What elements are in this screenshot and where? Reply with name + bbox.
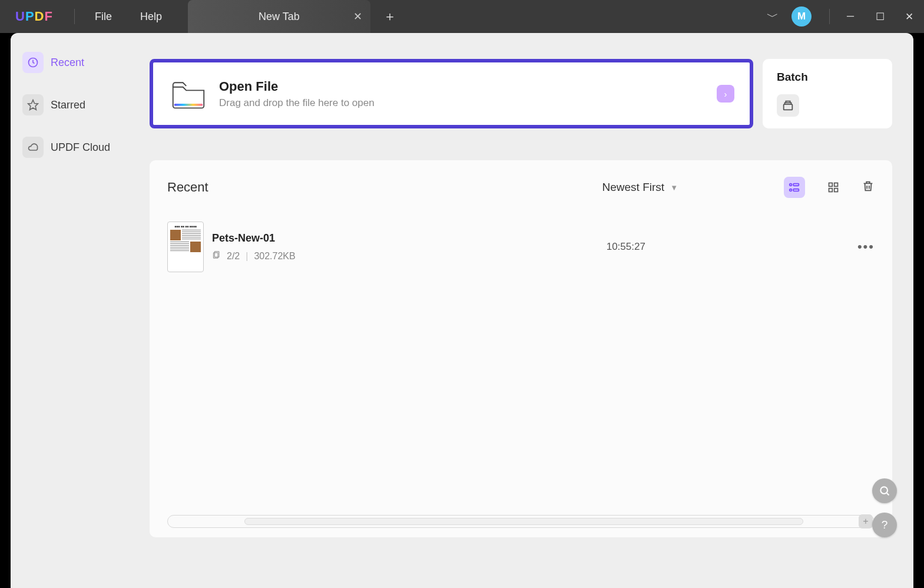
chevron-right-icon[interactable]: ›: [717, 85, 734, 103]
new-tab-button[interactable]: ＋: [383, 8, 396, 25]
sidebar-item-starred[interactable]: Starred: [19, 92, 120, 118]
pages-icon: [212, 250, 221, 262]
maximize-button[interactable]: ☐: [865, 11, 895, 23]
chevron-down-icon: ▼: [670, 183, 678, 192]
svg-rect-10: [829, 189, 833, 192]
svg-point-6: [790, 189, 792, 191]
open-file-dropzone[interactable]: Open File Drag and drop the file here to…: [150, 59, 753, 128]
sort-dropdown[interactable]: Newest First ▼: [602, 181, 678, 194]
divider: |: [246, 251, 248, 262]
svg-rect-3: [784, 104, 793, 110]
sidebar: Recent Starred UPDF Cloud: [11, 33, 128, 588]
avatar[interactable]: M: [791, 6, 812, 27]
open-file-subtitle: Drag and drop the file here to open: [219, 97, 375, 109]
main: Open File Drag and drop the file here to…: [128, 33, 913, 588]
sidebar-item-label: Starred: [51, 99, 85, 111]
file-thumbnail: ■■■ ■■ ■■ ■■■■: [167, 222, 204, 272]
plus-icon[interactable]: +: [859, 514, 873, 528]
star-icon: [22, 94, 44, 115]
file-time: 10:55:27: [607, 241, 645, 253]
recent-title: Recent: [167, 180, 208, 195]
open-file-title: Open File: [219, 79, 375, 94]
divider: [829, 9, 830, 24]
titlebar: UPDF File Help New Tab ✕ ＋ ﹀ M ─ ☐ ✕: [0, 0, 924, 33]
folder-icon: [171, 78, 206, 109]
file-size: 302.72KB: [254, 251, 295, 262]
svg-point-4: [790, 184, 792, 186]
tab-label: New Tab: [259, 11, 300, 23]
file-name: Pets-New-01: [212, 232, 296, 245]
clock-icon: [22, 52, 44, 73]
svg-point-14: [880, 487, 887, 494]
svg-rect-11: [834, 189, 838, 192]
svg-rect-2: [174, 104, 203, 106]
minimize-button[interactable]: ─: [836, 11, 865, 22]
search-fab[interactable]: [872, 478, 897, 503]
file-pages: 2/2: [227, 251, 240, 262]
batch-title: Batch: [777, 71, 878, 84]
svg-marker-1: [28, 100, 38, 110]
sort-label: Newest First: [602, 181, 665, 194]
close-button[interactable]: ✕: [895, 11, 924, 23]
menu-file[interactable]: File: [81, 11, 126, 23]
trash-icon[interactable]: [862, 180, 875, 195]
list-view-button[interactable]: [784, 177, 805, 198]
sidebar-item-label: Recent: [51, 57, 84, 69]
tab-new[interactable]: New Tab ✕: [188, 0, 370, 33]
divider: [74, 9, 75, 24]
batch-button[interactable]: [777, 94, 799, 117]
chevron-down-icon[interactable]: ﹀: [767, 9, 779, 25]
sidebar-item-recent[interactable]: Recent: [19, 49, 120, 75]
app-logo: UPDF: [0, 9, 68, 24]
close-icon[interactable]: ✕: [353, 10, 362, 23]
cloud-icon: [22, 137, 44, 158]
file-row[interactable]: ■■■ ■■ ■■ ■■■■ Pets-New-01 2/2 | 302: [167, 222, 875, 272]
more-icon[interactable]: •••: [857, 239, 875, 255]
sidebar-item-cloud[interactable]: UPDF Cloud: [19, 134, 120, 160]
scrollbar-track[interactable]: +: [167, 515, 875, 528]
svg-rect-5: [793, 184, 799, 186]
sidebar-item-label: UPDF Cloud: [51, 141, 110, 154]
app-body: Recent Starred UPDF Cloud Open File Drag: [11, 33, 913, 588]
scrollbar-thumb[interactable]: [244, 518, 803, 525]
svg-rect-9: [834, 183, 838, 187]
svg-rect-8: [829, 183, 833, 187]
help-fab[interactable]: ?: [872, 513, 897, 537]
menu-help[interactable]: Help: [126, 11, 176, 23]
batch-panel: Batch: [763, 59, 892, 128]
recent-panel: Recent Newest First ▼: [150, 160, 892, 537]
svg-rect-7: [793, 189, 799, 191]
grid-view-button[interactable]: [823, 177, 844, 198]
